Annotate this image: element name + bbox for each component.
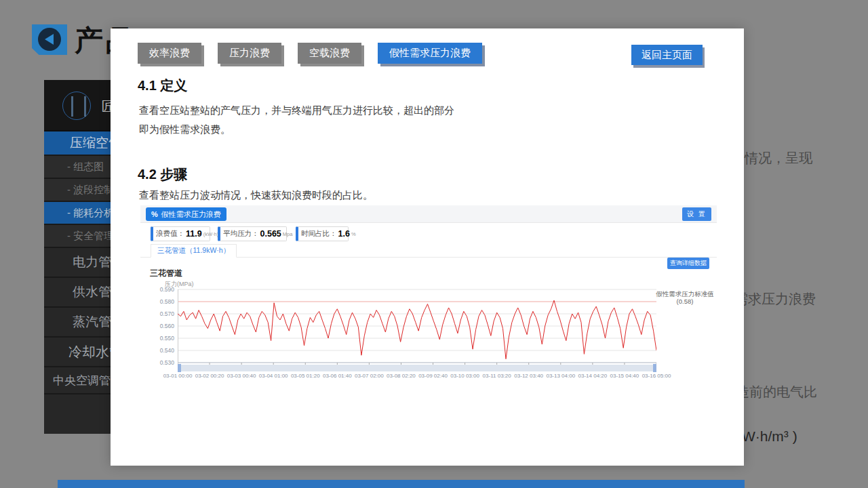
y-tick: 0.590 bbox=[140, 286, 174, 293]
occluded-text-3: 造前的电气比 bbox=[736, 383, 817, 401]
stat-unit: (kW·h) bbox=[203, 231, 219, 237]
tab-efficiency-waste[interactable]: 效率浪费 bbox=[138, 43, 201, 64]
embedded-screenshot: % 假性需求压力浪费 设 置 浪费值： 11.9 (kW·h) 平均压力： 0.… bbox=[140, 205, 717, 383]
embed-title-badge: % 假性需求压力浪费 bbox=[146, 207, 226, 221]
stat-time-ratio: 时间占比： 1.6 % bbox=[296, 226, 349, 241]
stat-value: 11.9 bbox=[186, 229, 202, 239]
y-tick: 0.530 bbox=[140, 359, 174, 366]
section-41-heading: 4.1 定义 bbox=[138, 77, 187, 95]
pressure-line-chart bbox=[178, 288, 656, 365]
y-tick: 0.540 bbox=[140, 347, 174, 354]
y-tick: 0.550 bbox=[140, 335, 174, 342]
occluded-text-1: 情况，呈现 bbox=[745, 149, 812, 167]
ref-line-label: 假性需求压力标准值 bbox=[653, 290, 717, 298]
back-badge[interactable] bbox=[32, 24, 67, 55]
settings-button[interactable]: 设 置 bbox=[682, 207, 711, 221]
y-tick: 0.570 bbox=[140, 310, 174, 317]
datazoom-slider[interactable] bbox=[178, 365, 656, 371]
pipe-tab-sanhua[interactable]: 三花管道（11.9kW·h） bbox=[151, 244, 237, 258]
section-41-line2: 即为假性需求浪费。 bbox=[139, 123, 231, 136]
stat-label: 时间占比： bbox=[301, 229, 337, 239]
x-tick: 03-16 05:00 bbox=[635, 373, 678, 379]
stat-label: 平均压力： bbox=[223, 229, 259, 239]
ref-line-annotation: 假性需求压力标准值 (0.58) bbox=[653, 290, 717, 305]
stat-unit: Mpa bbox=[283, 231, 293, 237]
return-main-button[interactable]: 返回主页面 bbox=[631, 45, 703, 65]
query-detail-button[interactable]: 查询详细数据 bbox=[667, 258, 709, 269]
waste-tabs: 效率浪费 压力浪费 空载浪费 假性需求压力浪费 bbox=[138, 43, 482, 64]
stat-label: 浪费值： bbox=[156, 229, 184, 239]
tab-pressure-waste[interactable]: 压力浪费 bbox=[218, 43, 281, 64]
gauge-icon: % bbox=[151, 210, 158, 218]
stat-unit: % bbox=[351, 231, 356, 237]
embed-title-text: 假性需求压力浪费 bbox=[161, 209, 221, 220]
company-logo-icon bbox=[62, 92, 91, 120]
doc-panel: 效率浪费 压力浪费 空载浪费 假性需求压力浪费 返回主页面 4.1 定义 查看空… bbox=[111, 28, 744, 466]
section-42-line1: 查看整站压力波动情况，快速获知浪费时段的占比。 bbox=[139, 189, 373, 202]
chart-title: 三花管道 bbox=[150, 268, 182, 279]
bottom-bar bbox=[58, 480, 745, 488]
embed-header: % 假性需求压力浪费 设 置 bbox=[140, 205, 717, 223]
occluded-text-2: 需求压力浪费 bbox=[734, 290, 816, 308]
stat-avg-pressure: 平均压力： 0.565 Mpa bbox=[218, 226, 287, 241]
stat-value: 0.565 bbox=[260, 229, 281, 239]
ref-line-value: (0.58) bbox=[653, 298, 717, 305]
y-tick: 0.580 bbox=[140, 298, 174, 305]
page-background: 产品 匠 压缩空气 - 组态图 - 波段控制 - 能耗分析 - 安全管理 电力管… bbox=[0, 0, 868, 488]
occluded-text-4: W·h/m³ ) bbox=[742, 428, 797, 445]
section-42-heading: 4.2 步骤 bbox=[138, 165, 187, 184]
tab-false-demand-pressure-waste[interactable]: 假性需求压力浪费 bbox=[378, 43, 482, 64]
back-icon bbox=[45, 34, 54, 45]
stat-waste-value: 浪费值： 11.9 (kW·h) bbox=[151, 226, 210, 241]
stat-value: 1.6 bbox=[338, 229, 350, 239]
section-41-line1: 查看空压站整站的产气压力，并与终端用气压力进行比较，超出的部分 bbox=[139, 104, 454, 117]
y-tick: 0.560 bbox=[140, 323, 174, 329]
tab-noload-waste[interactable]: 空载浪费 bbox=[298, 43, 361, 64]
